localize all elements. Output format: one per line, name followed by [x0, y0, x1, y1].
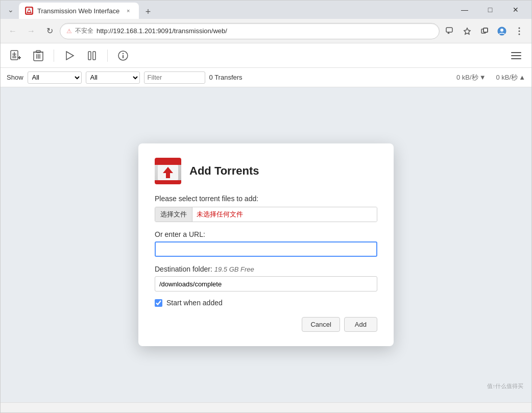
forward-button[interactable]: →: [23, 23, 39, 39]
dialog-title: Add Torrents: [189, 164, 259, 178]
download-speed-value: 0 kB/秒: [456, 73, 478, 82]
extension-icon-button[interactable]: [476, 23, 493, 39]
hamburger-line-3: [511, 58, 521, 59]
url-input[interactable]: [155, 241, 377, 257]
browser-window: ⌄ Transmission Web Interface × + — □ ✕: [0, 0, 532, 413]
svg-rect-4: [446, 28, 452, 32]
tab-close-button[interactable]: ×: [124, 6, 133, 15]
bookmark-icon-button[interactable]: [459, 23, 475, 39]
tab-list-button[interactable]: ⌄: [5, 4, 17, 16]
svg-point-13: [519, 27, 520, 29]
toolbar-separator-1: [54, 50, 54, 62]
dest-label: Destination folder: 19.5 GB Free: [155, 265, 377, 273]
new-tab-button[interactable]: +: [141, 5, 155, 19]
start-when-added-row: Start when added: [155, 299, 377, 307]
hamburger-line-1: [511, 52, 521, 53]
hamburger-line-2: [511, 55, 521, 56]
address-text: http://192.168.1.201:9091/transmission/w…: [96, 27, 433, 35]
svg-point-34: [123, 53, 124, 54]
tab-strip: Transmission Web Interface × +: [19, 1, 451, 19]
maximize-button[interactable]: □: [478, 1, 502, 19]
tab-title: Transmission Web Interface: [37, 7, 119, 15]
file-name-display: 未选择任何文件: [192, 207, 377, 222]
close-button[interactable]: ✕: [504, 1, 527, 19]
nav-bar: ← → ↻ ⚠ 不安全 http://192.168.1.201:9091/tr…: [1, 19, 531, 43]
nav-actions: [442, 23, 527, 39]
remove-torrent-button[interactable]: [29, 46, 47, 65]
upload-speed-value: 0 kB/秒: [496, 73, 518, 82]
back-button[interactable]: ←: [5, 23, 21, 39]
file-section-label: Please select torrent files to add:: [155, 195, 377, 203]
menu-button[interactable]: [511, 23, 527, 39]
status-bar: [1, 402, 531, 412]
download-arrow-icon: ▼: [479, 74, 486, 81]
add-torrent-dialog: Add Torrents Please select torrent files…: [138, 143, 394, 346]
info-button[interactable]: [114, 46, 132, 65]
profile-button[interactable]: [494, 23, 510, 39]
filter-input[interactable]: [144, 71, 205, 84]
upload-speed-indicator: 0 kB/秒 ▲: [496, 73, 526, 82]
add-torrent-button[interactable]: [7, 46, 25, 65]
cancel-button[interactable]: Cancel: [302, 317, 340, 332]
filter-select-2[interactable]: All Active Downloading Seeding Finished …: [86, 71, 140, 84]
destination-folder-input[interactable]: [155, 276, 377, 291]
file-input-row: 选择文件 未选择任何文件: [155, 207, 377, 222]
toolbar-separator-2: [107, 50, 108, 62]
upload-arrow-icon: ▲: [519, 74, 525, 81]
svg-rect-37: [155, 162, 181, 165]
svg-point-15: [519, 33, 520, 35]
svg-rect-25: [36, 51, 40, 53]
filter-bar: Show All Active Downloading Seeding Fini…: [1, 68, 531, 87]
filter-select-1[interactable]: All Active Downloading Seeding Finished …: [28, 71, 82, 84]
minimize-button[interactable]: —: [453, 1, 476, 19]
reload-button[interactable]: ↻: [41, 23, 58, 39]
svg-point-14: [519, 30, 520, 32]
address-bar[interactable]: ⚠ 不安全 http://192.168.1.201:9091/transmis…: [60, 23, 440, 39]
hamburger-menu-button[interactable]: [507, 46, 525, 65]
security-warning-icon: ⚠: [66, 28, 72, 35]
svg-point-12: [500, 29, 503, 32]
svg-rect-9: [483, 28, 488, 32]
start-when-added-label: Start when added: [166, 299, 223, 307]
svg-marker-7: [464, 28, 470, 34]
url-label: Or enter a URL:: [155, 230, 377, 238]
tab-favicon-icon: [25, 7, 33, 15]
dialog-overlay: Add Torrents Please select torrent files…: [1, 87, 531, 402]
show-label: Show: [7, 74, 23, 81]
app-toolbar: [1, 43, 531, 68]
transmission-icon: [155, 158, 181, 184]
dialog-actions: Cancel Add: [155, 317, 377, 332]
svg-rect-31: [93, 52, 95, 60]
start-when-added-checkbox[interactable]: [155, 299, 162, 307]
dialog-header: Add Torrents: [155, 158, 377, 184]
active-tab[interactable]: Transmission Web Interface ×: [19, 3, 139, 19]
watermark: 值↑什么值得买: [487, 382, 524, 390]
play-button[interactable]: [60, 46, 79, 65]
window-controls: — □ ✕: [453, 1, 527, 19]
svg-rect-30: [88, 52, 91, 60]
security-text: 不安全: [75, 27, 93, 35]
choose-file-button[interactable]: 选择文件: [155, 207, 192, 222]
svg-marker-29: [66, 52, 74, 60]
search-icon-button[interactable]: [442, 23, 458, 39]
dest-free-text: 19.5 GB Free: [214, 265, 254, 273]
transfer-count: 0 Transfers: [209, 74, 243, 81]
svg-rect-41: [155, 180, 181, 182]
main-content: Add Torrents Please select torrent files…: [1, 87, 531, 402]
title-bar: ⌄ Transmission Web Interface × + — □ ✕: [1, 1, 531, 19]
download-speed-indicator: 0 kB/秒 ▼: [456, 73, 486, 82]
add-button[interactable]: Add: [344, 317, 377, 332]
pause-button[interactable]: [83, 46, 101, 65]
